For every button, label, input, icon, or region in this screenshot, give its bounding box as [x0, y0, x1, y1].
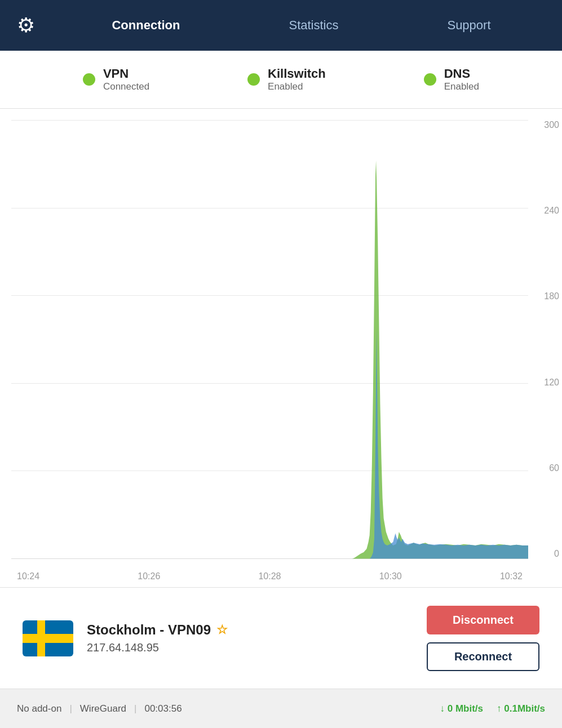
tab-statistics[interactable]: Statistics — [277, 12, 349, 38]
killswitch-value: Enabled — [268, 81, 326, 92]
disconnect-button[interactable]: Disconnect — [427, 606, 539, 634]
download-speed: ↓ 0 Mbit/s — [440, 703, 484, 714]
dns-status-dot — [424, 73, 436, 86]
server-text: Stockholm - VPN09 ☆ 217.64.148.95 — [87, 622, 228, 654]
download-arrow-icon: ↓ — [440, 703, 445, 714]
vpn-label: VPN — [103, 66, 149, 81]
vpn-value: Connected — [103, 81, 149, 92]
upload-arrow-icon: ↑ — [497, 703, 502, 714]
gear-icon[interactable]: ⚙ — [17, 14, 35, 37]
dns-value: Enabled — [444, 81, 479, 92]
x-label-1032: 10:32 — [500, 571, 523, 581]
tab-connection[interactable]: Connection — [100, 12, 191, 38]
duration-label: 00:03:56 — [144, 703, 182, 714]
dns-label: DNS — [444, 66, 479, 81]
killswitch-label: Killswitch — [268, 66, 326, 81]
upload-speed: ↑ 0.1Mbit/s — [497, 703, 545, 714]
x-label-1028: 10:28 — [258, 571, 281, 581]
action-buttons: Disconnect Reconnect — [427, 606, 539, 671]
chart-container: 300 240 180 120 60 0 10:24 10:26 10:28 1… — [0, 109, 562, 587]
chart-y-axis: 300 240 180 120 60 0 — [544, 120, 559, 559]
dns-status: DNS Enabled — [424, 66, 479, 92]
x-label-1024: 10:24 — [17, 571, 39, 581]
server-name: Stockholm - VPN09 ☆ — [87, 622, 228, 638]
x-label-1026: 10:26 — [138, 571, 160, 581]
vpn-status: VPN Connected — [83, 66, 149, 92]
chart-green-area — [11, 161, 528, 559]
y-label-0: 0 — [554, 549, 559, 559]
separator-1: | — [69, 703, 72, 714]
tab-support[interactable]: Support — [436, 12, 502, 38]
server-ip: 217.64.148.95 — [87, 641, 228, 654]
addon-label: No add-on — [17, 703, 61, 714]
server-name-text: Stockholm - VPN09 — [87, 622, 211, 638]
nav-tabs: Connection Statistics Support — [57, 12, 545, 38]
y-label-180: 180 — [544, 291, 559, 301]
y-label-120: 120 — [544, 378, 559, 388]
vpn-status-dot — [83, 73, 95, 86]
chart-svg — [11, 120, 528, 559]
star-icon[interactable]: ☆ — [216, 623, 228, 637]
server-info: Stockholm - VPN09 ☆ 217.64.148.95 — [23, 620, 228, 656]
footer-left: No add-on | WireGuard | 00:03:56 — [17, 703, 182, 714]
footer-right: ↓ 0 Mbit/s ↑ 0.1Mbit/s — [440, 703, 545, 714]
y-label-240: 240 — [544, 206, 559, 216]
chart-x-axis: 10:24 10:26 10:28 10:30 10:32 — [11, 571, 528, 581]
chart-blue-area — [11, 330, 528, 559]
bottom-section: Stockholm - VPN09 ☆ 217.64.148.95 Discon… — [0, 587, 562, 689]
separator-2: | — [134, 703, 136, 714]
protocol-label: WireGuard — [80, 703, 126, 714]
y-label-60: 60 — [549, 463, 559, 473]
chart-wrapper: 300 240 180 120 60 0 10:24 10:26 10:28 1… — [11, 120, 528, 587]
killswitch-status-dot — [247, 73, 260, 86]
sweden-flag — [23, 620, 73, 656]
svg-rect-1 — [23, 634, 73, 643]
svg-rect-2 — [37, 620, 45, 656]
x-label-1030: 10:30 — [379, 571, 402, 581]
reconnect-button[interactable]: Reconnect — [427, 642, 539, 671]
killswitch-status: Killswitch Enabled — [247, 66, 326, 92]
app-header: ⚙ Connection Statistics Support — [0, 0, 562, 51]
y-label-300: 300 — [544, 120, 559, 130]
footer: No add-on | WireGuard | 00:03:56 ↓ 0 Mbi… — [0, 689, 562, 728]
status-bar: VPN Connected Killswitch Enabled DNS Ena… — [0, 51, 562, 109]
